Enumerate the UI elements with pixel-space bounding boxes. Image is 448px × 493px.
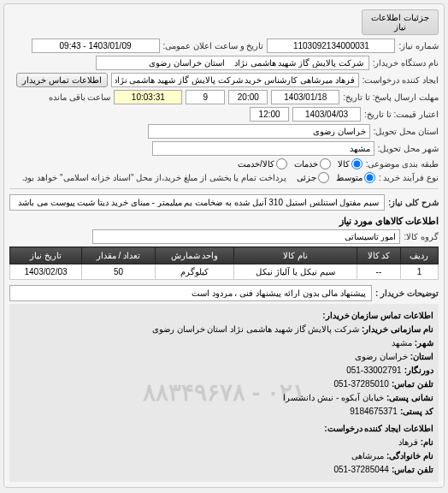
subject-type-group: کالا خدمات کالا/خدمت bbox=[238, 158, 363, 169]
group-label: گروه کالا: bbox=[404, 232, 439, 241]
ccity-label: شهر: bbox=[415, 336, 433, 350]
need-title-label: شرح کلی نیاز: bbox=[388, 198, 439, 207]
tel-label: تلفن تماس: bbox=[392, 377, 433, 391]
th-date: تاریخ نیاز bbox=[10, 247, 82, 264]
remain-days-field bbox=[186, 90, 225, 104]
zip-value: 9184675371 bbox=[350, 405, 398, 419]
cell-date: 1403/02/03 bbox=[10, 264, 82, 280]
validity-label: اعتبار قیمت: تا تاریخ: bbox=[364, 110, 439, 119]
buy-note: پرداخت تمام یا بخشی از مبلغ خرید،از محل … bbox=[22, 173, 286, 182]
cell-unit: کیلوگرم bbox=[155, 264, 233, 280]
subject-type-label: طبقه بندی موضوعی: bbox=[366, 159, 439, 169]
radio-khadamat[interactable]: خدمات bbox=[294, 158, 331, 169]
table-header-row: ردیف کد کالا نام کالا واحد شمارش تعداد /… bbox=[10, 247, 439, 264]
buyer-org-label: نام دستگاه خریدار: bbox=[373, 58, 439, 68]
th-unit: واحد شمارش bbox=[155, 247, 233, 264]
org-label: نام سازمانی خریدار: bbox=[362, 323, 433, 336]
lname-label: نام خانوادگی: bbox=[386, 449, 433, 463]
city-label: شهر محل تحویل: bbox=[378, 144, 439, 153]
need-details-panel: جزئیات اطلاعات نیاز شماره نیاز: تاریخ و … bbox=[3, 3, 445, 488]
radio-mid[interactable]: متوسط bbox=[336, 172, 375, 183]
radio-small[interactable]: جزئی bbox=[297, 172, 329, 183]
deadline-label: مهلت ارسال پاسخ: تا تاریخ: bbox=[343, 92, 439, 102]
buyer-contact-button[interactable]: اطلاعات تماس خریدار bbox=[16, 73, 108, 87]
fax-label: دورنگار: bbox=[404, 364, 433, 377]
buy-type-group: متوسط جزئی bbox=[297, 172, 375, 183]
rtel-label: تلفن تماس: bbox=[392, 463, 433, 477]
cprov-label: استان: bbox=[410, 350, 433, 364]
cell-code: -- bbox=[357, 264, 400, 280]
th-code: کد کالا bbox=[357, 247, 400, 264]
cell-name: سیم نیکل یا آلیاژ نیکل bbox=[234, 264, 357, 280]
contact-section-title: اطلاعات تماس سازمان خریدار: bbox=[15, 309, 433, 323]
validity-date-field[interactable] bbox=[292, 107, 361, 122]
contact-box: ۰۲۱ - ۸۸۳۴۹۶۷۸ اطلاعات تماس سازمان خریدا… bbox=[9, 304, 439, 482]
goods-section-title: اطلاعات کالاهای مورد نیاز bbox=[9, 216, 439, 227]
zip-label: کد پستی: bbox=[400, 405, 433, 419]
postal-value: خیابان آبکوه - نبش دانشسرا bbox=[283, 391, 383, 405]
th-qty: تعداد / مقدار bbox=[82, 247, 156, 264]
cell-qty: 50 bbox=[82, 264, 156, 280]
buy-type-label: نوع فرآیند خرید : bbox=[379, 173, 439, 182]
lname-value: میرشاهی bbox=[351, 449, 384, 463]
requester-label: ایجاد کننده درخواست: bbox=[363, 75, 439, 85]
announce-field[interactable] bbox=[32, 39, 160, 53]
need-title-field[interactable] bbox=[9, 194, 385, 211]
province-label: استان محل تحویل: bbox=[374, 127, 439, 136]
requester-field[interactable] bbox=[111, 73, 359, 87]
deadline-date-field[interactable] bbox=[271, 90, 339, 104]
deadline-time-field[interactable] bbox=[228, 90, 268, 104]
cell-idx: 1 bbox=[400, 264, 438, 280]
org-value: شرکت پالایش گاز شهید هاشمی نژاد استان خر… bbox=[152, 323, 359, 336]
rtel-value: 051-37285044 bbox=[333, 463, 389, 477]
province-field[interactable] bbox=[148, 124, 370, 139]
notes-field[interactable] bbox=[9, 285, 372, 301]
validity-time-field[interactable] bbox=[250, 107, 289, 122]
remain-label: ساعت باقی مانده bbox=[49, 92, 111, 102]
need-no-label: شماره نیاز: bbox=[398, 41, 439, 50]
notes-label: توضیحات خریدار : bbox=[375, 288, 439, 298]
buyer-org-field[interactable] bbox=[96, 56, 369, 70]
th-name: نام کالا bbox=[234, 247, 357, 264]
city-field[interactable] bbox=[152, 141, 374, 156]
name-label: نام: bbox=[421, 436, 433, 449]
goods-table: ردیف کد کالا نام کالا واحد شمارش تعداد /… bbox=[9, 246, 439, 280]
radio-kala[interactable]: کالا bbox=[338, 158, 363, 169]
remain-time-field bbox=[114, 90, 182, 104]
req-section-title: اطلاعات ایجاد کننده درخواست: bbox=[15, 422, 433, 436]
postal-label: نشانی پستی: bbox=[386, 391, 433, 405]
ccity-value: مشهد bbox=[392, 336, 412, 350]
announce-label: تاریخ و ساعت اعلان عمومی: bbox=[163, 41, 264, 50]
th-idx: ردیف bbox=[400, 247, 438, 264]
radio-both[interactable]: کالا/خدمت bbox=[238, 158, 287, 169]
fax-value: 051-33002791 bbox=[346, 364, 402, 377]
need-no-field[interactable] bbox=[267, 39, 395, 53]
name-value: فرهاد bbox=[398, 436, 418, 449]
group-field[interactable] bbox=[92, 229, 400, 244]
table-row[interactable]: 1 -- سیم نیکل یا آلیاژ نیکل کیلوگرم 50 1… bbox=[10, 264, 439, 280]
cprov-value: خراسان رضوی bbox=[355, 350, 408, 364]
tel-value: 051-37285010 bbox=[333, 377, 389, 391]
panel-title: جزئیات اطلاعات نیاز bbox=[362, 9, 439, 35]
